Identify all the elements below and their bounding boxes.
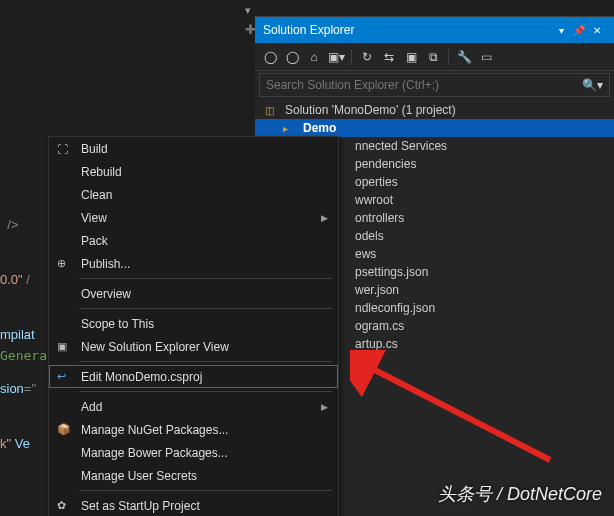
context-menu: ⛶Build Rebuild Clean View▶ Pack ⊕Publish… (48, 136, 339, 516)
separator (79, 308, 332, 309)
menu-bower[interactable]: Manage Bower Packages... (49, 441, 338, 464)
label: Edit MonoDemo.csproj (81, 370, 202, 384)
label: Set as StartUp Project (81, 499, 200, 513)
editor-toolbar: ▾ (245, 0, 255, 20)
panel-title: Solution Explorer (263, 23, 552, 37)
close-icon[interactable]: ✕ (588, 25, 606, 36)
menu-clean[interactable]: Clean (49, 183, 338, 206)
new-view-icon: ▣ (57, 340, 67, 353)
label: Clean (81, 188, 112, 202)
label: View (81, 211, 107, 225)
label: Add (81, 400, 102, 414)
separator (79, 490, 332, 491)
label: Manage User Secrets (81, 469, 197, 483)
edit-icon: ↩ (57, 370, 66, 383)
project-node[interactable]: ▸Demo (255, 119, 614, 137)
menu-pack[interactable]: Pack (49, 229, 338, 252)
chevron-right-icon: ▶ (321, 402, 328, 412)
properties-icon[interactable]: 🔧 (455, 48, 473, 66)
menu-edit-csproj[interactable]: ↩Edit MonoDemo.csproj (49, 365, 338, 388)
project-label: Demo (303, 121, 336, 135)
menu-rebuild[interactable]: Rebuild (49, 160, 338, 183)
pin-icon[interactable]: 📌 (570, 25, 588, 36)
collapse-icon[interactable]: ⇆ (380, 48, 398, 66)
menu-secrets[interactable]: Manage User Secrets (49, 464, 338, 487)
copy-icon[interactable]: ⧉ (424, 48, 442, 66)
preview-icon[interactable]: ▭ (477, 48, 495, 66)
show-all-icon[interactable]: ▣ (402, 48, 420, 66)
label: Build (81, 142, 108, 156)
menu-publish[interactable]: ⊕Publish... (49, 252, 338, 275)
menu-view[interactable]: View▶ (49, 206, 338, 229)
menu-overview[interactable]: Overview (49, 282, 338, 305)
publish-icon: ⊕ (57, 257, 66, 270)
label: Manage Bower Packages... (81, 446, 228, 460)
home-icon[interactable]: ⌂ (305, 48, 323, 66)
menu-add[interactable]: Add▶ (49, 395, 338, 418)
separator (79, 278, 332, 279)
startup-icon: ✿ (57, 499, 66, 512)
search-input[interactable] (266, 78, 582, 92)
label: Overview (81, 287, 131, 301)
dropdown-icon[interactable]: ▾ (552, 25, 570, 36)
separator (79, 391, 332, 392)
label: Scope to This (81, 317, 154, 331)
project-icon: ▸ (283, 123, 299, 134)
search-box[interactable]: 🔍▾ (259, 73, 610, 97)
build-icon: ⛶ (57, 143, 68, 155)
dropdown-icon[interactable]: ▾ (245, 4, 251, 17)
panel-titlebar[interactable]: Solution Explorer ▾ 📌 ✕ (255, 17, 614, 43)
solution-label: Solution 'MonoDemo' (1 project) (285, 103, 456, 117)
menu-new-view[interactable]: ▣New Solution Explorer View (49, 335, 338, 358)
separator (79, 361, 332, 362)
nuget-icon: 📦 (57, 423, 71, 436)
solution-node[interactable]: ◫Solution 'MonoDemo' (1 project) (255, 101, 614, 119)
generate-text: Genera (0, 348, 47, 363)
code-text: /> 0.0" / mpilat sion=" k" Ve (0, 180, 36, 489)
label: Pack (81, 234, 108, 248)
menu-startup[interactable]: ✿Set as StartUp Project (49, 494, 338, 516)
sync-icon[interactable]: ▣▾ (327, 48, 345, 66)
menu-build[interactable]: ⛶Build (49, 137, 338, 160)
solution-icon: ◫ (265, 105, 281, 116)
menu-scope[interactable]: Scope to This (49, 312, 338, 335)
back-icon[interactable]: ◯ (261, 48, 279, 66)
forward-icon[interactable]: ◯ (283, 48, 301, 66)
menu-nuget[interactable]: 📦Manage NuGet Packages... (49, 418, 338, 441)
label: Publish... (81, 257, 130, 271)
chevron-right-icon: ▶ (321, 213, 328, 223)
watermark: 头条号 / DotNetCore (438, 482, 602, 506)
panel-toolbar: ◯ ◯ ⌂ ▣▾ ↻ ⇆ ▣ ⧉ 🔧 ▭ (255, 43, 614, 71)
label: Rebuild (81, 165, 122, 179)
label: Manage NuGet Packages... (81, 423, 228, 437)
search-icon[interactable]: 🔍▾ (582, 78, 603, 92)
label: New Solution Explorer View (81, 340, 229, 354)
refresh-icon[interactable]: ↻ (358, 48, 376, 66)
